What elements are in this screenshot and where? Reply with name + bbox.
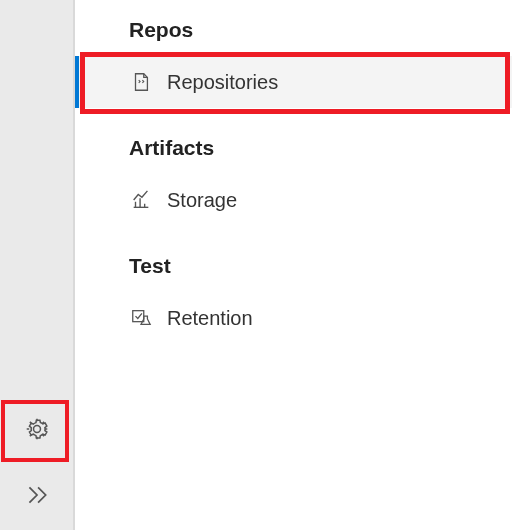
expand-button[interactable] — [0, 464, 74, 530]
section-header-test: Test — [75, 226, 512, 292]
nav-item-label: Retention — [167, 307, 253, 330]
section-header-artifacts: Artifacts — [75, 108, 512, 174]
settings-panel: Repos Repositories Artifacts Storage Tes… — [74, 0, 512, 530]
nav-item-retention[interactable]: Retention — [75, 292, 512, 344]
nav-item-storage[interactable]: Storage — [75, 174, 512, 226]
retention-icon — [129, 306, 153, 330]
rail-bottom-group — [0, 398, 74, 530]
settings-button[interactable] — [0, 398, 74, 464]
nav-item-label: Repositories — [167, 71, 278, 94]
storage-chart-icon — [129, 188, 153, 212]
nav-item-repositories[interactable]: Repositories — [75, 56, 512, 108]
left-rail — [0, 0, 74, 530]
section-header-repos: Repos — [75, 4, 512, 56]
repository-icon — [129, 70, 153, 94]
svg-rect-1 — [133, 311, 144, 322]
svg-point-0 — [34, 426, 41, 433]
chevron-double-right-icon — [24, 482, 50, 512]
gear-icon — [24, 416, 50, 446]
nav-item-label: Storage — [167, 189, 237, 212]
